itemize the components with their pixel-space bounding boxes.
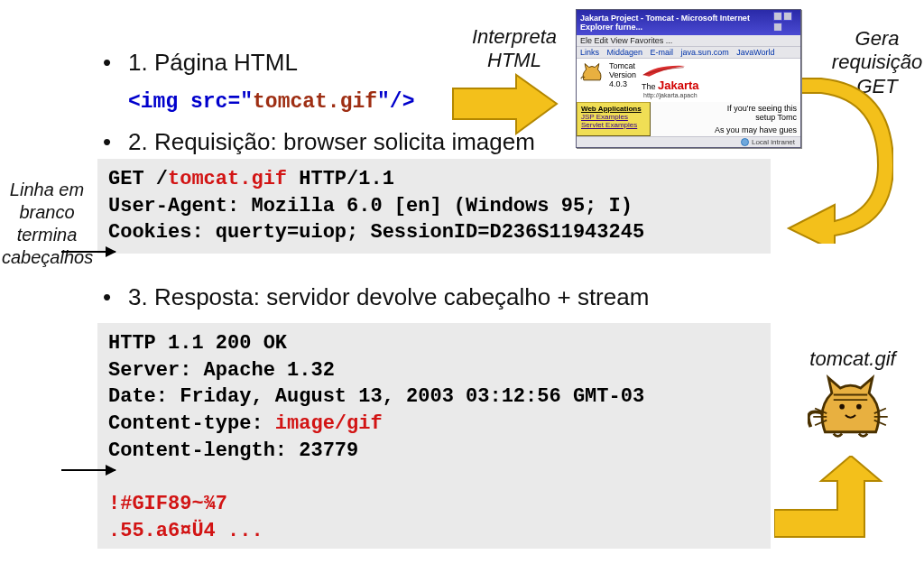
res-l2: Server: Apache 1.32: [108, 359, 335, 382]
webapps-panel: Web Applications JSP Examples Servlet Ex…: [577, 102, 651, 136]
arrow-up-elbow-icon: [774, 456, 892, 541]
link-2: java.sun.com: [681, 48, 729, 57]
http-request-box: GET /tomcat.gif HTTP/1.1 User-Agent: Moz…: [97, 159, 771, 254]
browser-titlebar: Jakarta Project - Tomcat - Microsoft Int…: [577, 10, 800, 35]
brand-url: http://jakarta.apach: [642, 92, 699, 98]
req-l1b: tomcat.gif: [168, 168, 287, 190]
status-text: Local intranet: [752, 138, 795, 146]
res-l4a: Content-type:: [108, 412, 275, 435]
browser-statusbar: Local intranet: [577, 136, 800, 147]
arrow-to-request-blank: [61, 251, 116, 253]
req-l1a: GET /: [108, 168, 168, 190]
bullet-1: 1. Página HTML: [128, 49, 298, 77]
code-file: tomcat.gif: [253, 90, 377, 114]
svg-point-0: [839, 404, 845, 410]
webapps-link-1: Servlet Examples: [581, 121, 646, 129]
side-label-d: cabeçalhos: [2, 246, 92, 269]
webapps-link-0: JSP Examples: [581, 113, 646, 121]
http-response-box: HTTP 1.1 200 OK Server: Apache 1.32 Date…: [97, 323, 771, 549]
seeing-text: If you're seeing this: [654, 104, 797, 113]
globe-icon: [741, 138, 749, 146]
label-gen2: requisição: [827, 51, 924, 74]
res-l4b: image/gif: [275, 412, 383, 435]
browser-title-text: Jakarta Project - Tomcat - Microsoft Int…: [580, 14, 772, 32]
bullet-3: 3. Resposta: servidor devolve cabeçalho …: [128, 283, 649, 311]
browser-content-top: Tomcat Version 4.0.3 The Jakarta http://…: [577, 59, 800, 102]
brand-the: The: [642, 82, 656, 91]
res-l5: Content-length: 23779: [108, 439, 358, 462]
label-interpret-1: Interpreta: [460, 25, 568, 49]
side-label-blank-line: Linha em branco termina cabeçalhos: [2, 179, 92, 269]
browser-linkbar: Links Middagen E-mail java.sun.com JavaW…: [577, 47, 800, 59]
setup-text: setup Tomc: [654, 113, 797, 122]
browser-midrow: Web Applications JSP Examples Servlet Ex…: [577, 102, 800, 136]
link-3: JavaWorld: [736, 48, 774, 57]
tomcat-image-icon: [808, 374, 893, 442]
link-0: Middagen: [607, 48, 643, 57]
links-label: Links: [580, 48, 599, 57]
res-l3: Date: Friday, August 13, 2003 03:12:56 G…: [108, 385, 644, 408]
feather-icon: [642, 62, 687, 79]
arrow-curve-get-icon: [785, 77, 893, 244]
window-buttons: [772, 12, 797, 33]
code-close: "/>: [377, 90, 414, 114]
req-l1c: HTTP/1.1: [287, 168, 394, 190]
req-l3: Cookies: querty=uiop; SessionID=D236S119…: [108, 221, 644, 244]
req-l2: User-Agent: Mozilla 6.0 [en] (Windows 95…: [108, 195, 633, 217]
label-gen1: Gera: [827, 27, 924, 51]
tomcat-version-block: Tomcat Version 4.0.3: [609, 62, 636, 98]
version-number: 4.0.3: [609, 80, 636, 89]
arrow-to-response-blank: [61, 469, 116, 471]
code-img-tag: <img src="tomcat.gif"/>: [128, 90, 414, 114]
side-label-c: termina: [2, 224, 92, 246]
arrow-interpret-icon: [448, 70, 561, 137]
brand-jakarta: Jakarta: [658, 79, 699, 92]
label-interpret-html: Interpreta HTML: [460, 25, 568, 73]
browser-right-msg: If you're seeing this setup Tomc As you …: [651, 102, 800, 136]
link-1: E-mail: [651, 48, 674, 57]
browser-menubar: Ele Edit View Favorites ...: [577, 35, 800, 47]
side-label-b: branco: [2, 201, 92, 224]
label-interpret-2: HTML: [460, 49, 568, 72]
webapps-header: Web Applications: [581, 105, 646, 113]
side-label-a: Linha em: [2, 179, 92, 201]
res-l7: !#GIF89~¾7: [108, 493, 227, 515]
mayhave-text: As you may have gues: [654, 125, 797, 134]
tomcat-mini-icon: [580, 62, 604, 98]
res-l8: .55.a6¤Ü4 ...: [108, 520, 263, 542]
res-l1: HTTP 1.1 200 OK: [108, 332, 287, 355]
svg-point-1: [856, 404, 862, 410]
jakarta-brand: The Jakarta http://jakarta.apach: [642, 62, 699, 98]
browser-window: Jakarta Project - Tomcat - Microsoft Int…: [576, 9, 801, 148]
code-open: <img src=": [128, 90, 253, 114]
label-tomcat-gif: tomcat.gif: [808, 347, 898, 371]
